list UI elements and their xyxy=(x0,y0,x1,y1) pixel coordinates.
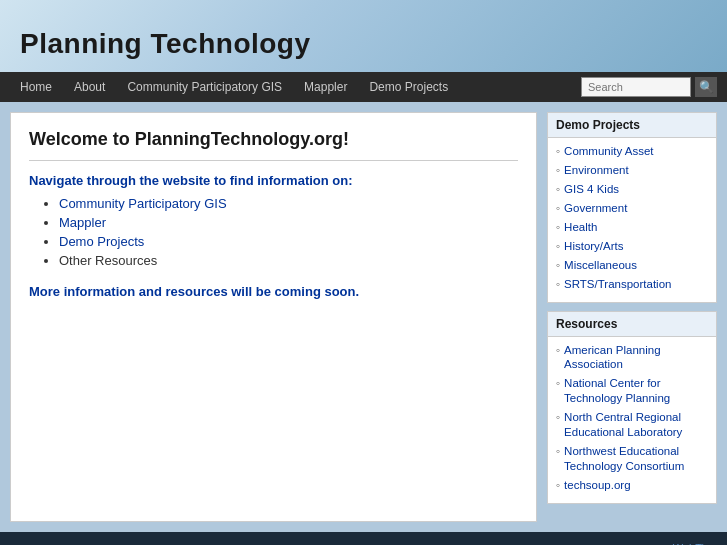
nav-about[interactable]: About xyxy=(64,74,115,100)
resource-item: National Center for Technology Planning xyxy=(556,376,708,406)
right-sidebar: Demo Projects Community AssetEnvironment… xyxy=(547,112,717,522)
nav-mappler[interactable]: Mappler xyxy=(294,74,357,100)
demo-project-link[interactable]: History/Arts xyxy=(564,239,623,254)
resource-link[interactable]: North Central Regional Educational Labor… xyxy=(564,410,708,440)
site-header: Planning Technology xyxy=(0,0,727,72)
resource-link[interactable]: techsoup.org xyxy=(564,478,631,493)
resources-box: Resources American Planning AssociationN… xyxy=(547,311,717,504)
demo-projects-content: Community AssetEnvironmentGIS 4 KidsGove… xyxy=(548,138,716,302)
nav-demo[interactable]: Demo Projects xyxy=(359,74,458,100)
search-button[interactable]: 🔍 xyxy=(695,77,717,97)
demo-project-link[interactable]: Miscellaneous xyxy=(564,258,637,273)
resource-item: techsoup.org xyxy=(556,478,708,493)
demo-project-item: Health xyxy=(556,220,708,235)
demo-project-link[interactable]: GIS 4 Kids xyxy=(564,182,619,197)
site-title: Planning Technology xyxy=(20,28,311,60)
list-item: Other Resources xyxy=(59,253,518,268)
resource-link[interactable]: American Planning Association xyxy=(564,343,708,373)
demo-project-item: GIS 4 Kids xyxy=(556,182,708,197)
demo-project-item: Environment xyxy=(556,163,708,178)
list-item: Demo Projects xyxy=(59,234,518,249)
demo-projects-box: Demo Projects Community AssetEnvironment… xyxy=(547,112,717,303)
footer: WebTics xyxy=(0,532,727,545)
resources-content: American Planning AssociationNational Ce… xyxy=(548,337,716,503)
demo-project-item: Miscellaneous xyxy=(556,258,708,273)
nav-home[interactable]: Home xyxy=(10,74,62,100)
demo-projects-title: Demo Projects xyxy=(548,113,716,138)
resource-item: North Central Regional Educational Labor… xyxy=(556,410,708,440)
demo-project-item: History/Arts xyxy=(556,239,708,254)
navbar: Home About Community Participatory GIS M… xyxy=(0,72,727,102)
search-area: 🔍 xyxy=(581,77,717,97)
search-input[interactable] xyxy=(581,77,691,97)
content-panel: Welcome to PlanningTechnology.org! Navig… xyxy=(10,112,537,522)
resources-title: Resources xyxy=(548,312,716,337)
mappler-link[interactable]: Mappler xyxy=(59,215,106,230)
demo-project-item: SRTS/Transportation xyxy=(556,277,708,292)
demo-project-link[interactable]: Environment xyxy=(564,163,629,178)
resource-link[interactable]: National Center for Technology Planning xyxy=(564,376,708,406)
demo-project-item: Government xyxy=(556,201,708,216)
demo-project-link[interactable]: Health xyxy=(564,220,597,235)
nav-prompt: Navigate through the website to find inf… xyxy=(29,173,518,188)
demo-link[interactable]: Demo Projects xyxy=(59,234,144,249)
demo-project-link[interactable]: SRTS/Transportation xyxy=(564,277,671,292)
main-wrapper: Welcome to PlanningTechnology.org! Navig… xyxy=(0,102,727,532)
nav-cpgis[interactable]: Community Participatory GIS xyxy=(117,74,292,100)
welcome-title: Welcome to PlanningTechnology.org! xyxy=(29,129,518,161)
coming-soon-text: More information and resources will be c… xyxy=(29,284,518,299)
demo-project-link[interactable]: Community Asset xyxy=(564,144,653,159)
content-list: Community Participatory GIS Mappler Demo… xyxy=(29,196,518,268)
resource-link[interactable]: Northwest Educational Technology Consort… xyxy=(564,444,708,474)
resource-item: Northwest Educational Technology Consort… xyxy=(556,444,708,474)
demo-project-item: Community Asset xyxy=(556,144,708,159)
list-item: Community Participatory GIS xyxy=(59,196,518,211)
list-item: Mappler xyxy=(59,215,518,230)
resource-item: American Planning Association xyxy=(556,343,708,373)
cpgis-link[interactable]: Community Participatory GIS xyxy=(59,196,227,211)
demo-project-link[interactable]: Government xyxy=(564,201,627,216)
